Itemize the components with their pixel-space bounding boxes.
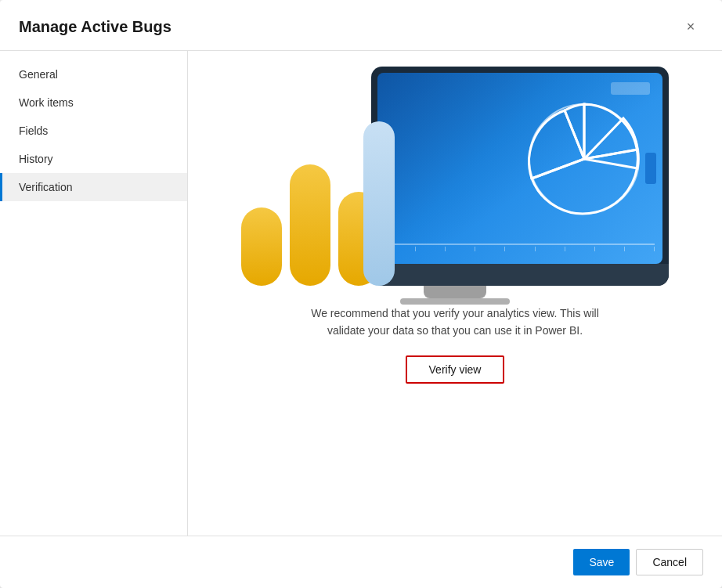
- manage-active-bugs-dialog: Manage Active Bugs × General Work items …: [0, 0, 722, 588]
- bar-1: [241, 207, 282, 286]
- screen-sidebar-decoration: [645, 153, 656, 184]
- sidebar-item-history[interactable]: History: [0, 145, 187, 173]
- description-text: We recommend that you verify your analyt…: [298, 305, 612, 340]
- tick: [475, 247, 475, 251]
- sidebar-item-verification[interactable]: Verification: [0, 173, 187, 201]
- screen-rect-decoration: [611, 82, 650, 95]
- close-button[interactable]: ×: [678, 14, 703, 39]
- cancel-button[interactable]: Cancel: [636, 549, 703, 575]
- tablet-illustration: [371, 67, 669, 286]
- screen-axis-line: [385, 243, 655, 245]
- screen-ticks: [385, 247, 655, 251]
- main-content: We recommend that you verify your analyt…: [188, 51, 722, 536]
- tick: [624, 247, 625, 251]
- sidebar-item-work-items[interactable]: Work items: [0, 88, 187, 117]
- illustration-row: [204, 67, 706, 286]
- tick: [445, 247, 446, 251]
- tick: [504, 247, 505, 251]
- close-icon: ×: [687, 19, 695, 35]
- bar-tall-blue: [363, 121, 395, 286]
- verify-view-button[interactable]: Verify view: [406, 355, 505, 384]
- dialog-footer: Save Cancel: [0, 536, 722, 588]
- tick: [654, 247, 655, 251]
- tick: [415, 247, 416, 251]
- dialog-body: General Work items Fields History Verifi…: [0, 51, 722, 536]
- pie-chart: [522, 96, 647, 222]
- tick: [565, 247, 565, 251]
- dialog-header: Manage Active Bugs ×: [0, 0, 722, 51]
- tablet-screen: [377, 73, 662, 264]
- dialog-title: Manage Active Bugs: [19, 18, 171, 36]
- tablet-base: [400, 298, 510, 305]
- illustration-wrapper: [204, 67, 706, 305]
- sidebar-item-fields[interactable]: Fields: [0, 117, 187, 145]
- tick: [535, 247, 536, 251]
- tablet-stand: [424, 286, 486, 298]
- sidebar-nav: General Work items Fields History Verifi…: [0, 51, 188, 536]
- bar-2: [290, 164, 330, 286]
- bar-chart-decoration: [241, 164, 379, 286]
- sidebar-item-general[interactable]: General: [0, 60, 187, 88]
- tablet-stand-area: [400, 286, 510, 305]
- save-button[interactable]: Save: [573, 549, 630, 575]
- tick: [594, 247, 595, 251]
- tablet-bottom: [371, 264, 669, 286]
